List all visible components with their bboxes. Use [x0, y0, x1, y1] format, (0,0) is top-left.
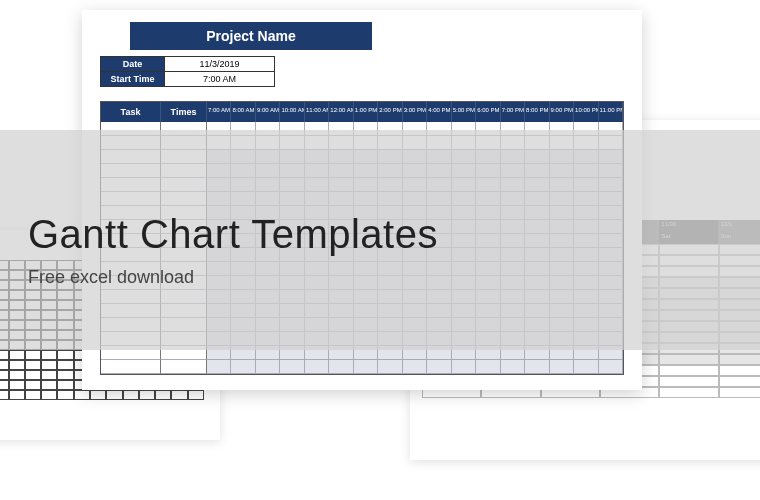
- grid-cell: [106, 390, 122, 400]
- grid-cell: [41, 390, 57, 400]
- grid-cell: [9, 390, 25, 400]
- grid-cell: [25, 360, 41, 370]
- grid-cell: [188, 390, 204, 400]
- page-title: Gantt Chart Templates: [28, 212, 760, 257]
- grid-cell: [57, 350, 73, 360]
- grid-cell: [0, 360, 9, 370]
- column-header-main: Times: [161, 102, 207, 122]
- table-cell: [719, 376, 760, 387]
- page-subtitle: Free excel download: [28, 267, 760, 288]
- grid-cell: [123, 390, 139, 400]
- grid-cell: [0, 390, 9, 400]
- column-header-hour: 6:00 PM: [476, 102, 500, 122]
- gantt-cell: [101, 360, 161, 374]
- meta-start-label: Start Time: [101, 72, 165, 87]
- gantt-cell: [161, 360, 207, 374]
- column-header-hour: 2:00 PM: [378, 102, 402, 122]
- column-header-hour: 7:00 PM: [501, 102, 525, 122]
- gantt-cell: [427, 360, 451, 374]
- grid-cell: [57, 360, 73, 370]
- gantt-cell: [256, 360, 280, 374]
- grid-cell: [57, 370, 73, 380]
- table-cell: [719, 387, 760, 398]
- grid-cell: [0, 380, 9, 390]
- grid-cell: [171, 390, 187, 400]
- gantt-cell: [599, 360, 623, 374]
- gantt-cell: [354, 360, 378, 374]
- grid-cell: [41, 350, 57, 360]
- column-header-hour: 8:00 PM: [525, 102, 549, 122]
- grid-cell: [9, 380, 25, 390]
- grid-cell: [57, 380, 73, 390]
- grid-cell: [155, 390, 171, 400]
- grid-cell: [139, 390, 155, 400]
- grid-cell: [9, 350, 25, 360]
- grid-cell: [41, 380, 57, 390]
- title-overlay: Gantt Chart Templates Free excel downloa…: [0, 130, 760, 350]
- gantt-cell: [231, 360, 255, 374]
- column-header-main: Task: [101, 102, 161, 122]
- grid-cell: [25, 370, 41, 380]
- column-header-hour: 9:00 PM: [550, 102, 574, 122]
- grid-cell: [41, 360, 57, 370]
- project-title: Project Name: [130, 22, 372, 50]
- gantt-cell: [403, 360, 427, 374]
- column-header-hour: 11:00 AM: [305, 102, 329, 122]
- grid-cell: [25, 380, 41, 390]
- grid-cell: [57, 390, 73, 400]
- gantt-cell: [378, 360, 402, 374]
- table-cell: [719, 365, 760, 376]
- column-header-hour: 3:00 PM: [403, 102, 427, 122]
- table-cell: [659, 387, 718, 398]
- grid-cell: [90, 390, 106, 400]
- column-header-hour: 11:00 PM: [599, 102, 623, 122]
- gantt-cell: [305, 360, 329, 374]
- meta-table: Date 11/3/2019 Start Time 7:00 AM: [100, 56, 275, 87]
- gantt-cell: [525, 360, 549, 374]
- column-header-hour: 12:00 AM: [329, 102, 353, 122]
- grid-cell: [0, 370, 9, 380]
- grid-cell: [41, 370, 57, 380]
- table-cell: [659, 376, 718, 387]
- column-header-hour: 7:00 AM: [207, 102, 231, 122]
- table-cell: [659, 365, 718, 376]
- gantt-cell: [501, 360, 525, 374]
- grid-cell: [0, 350, 9, 360]
- gantt-cell: [207, 360, 231, 374]
- gantt-cell: [574, 360, 598, 374]
- grid-cell: [25, 350, 41, 360]
- gantt-row: [101, 360, 623, 374]
- meta-start-value: 7:00 AM: [165, 72, 275, 87]
- column-header-hour: 5:00 PM: [452, 102, 476, 122]
- column-header-hour: 4:00 PM: [427, 102, 451, 122]
- meta-date-value: 11/3/2019: [165, 57, 275, 72]
- gantt-cell: [550, 360, 574, 374]
- gantt-cell: [329, 360, 353, 374]
- grid-cell: [9, 370, 25, 380]
- gantt-cell: [280, 360, 304, 374]
- table-cell: [659, 354, 718, 365]
- grid-cell: [74, 390, 90, 400]
- grid-cell: [9, 360, 25, 370]
- column-header-hour: 9:00 AM: [256, 102, 280, 122]
- gantt-cell: [476, 360, 500, 374]
- meta-date-label: Date: [101, 57, 165, 72]
- column-header-hour: 8:00 AM: [231, 102, 255, 122]
- column-header-hour: 10:00 AM: [280, 102, 304, 122]
- column-header-hour: 10:00 PM: [574, 102, 598, 122]
- table-cell: [719, 354, 760, 365]
- column-header-hour: 1:00 PM: [354, 102, 378, 122]
- grid-cell: [25, 390, 41, 400]
- gantt-cell: [452, 360, 476, 374]
